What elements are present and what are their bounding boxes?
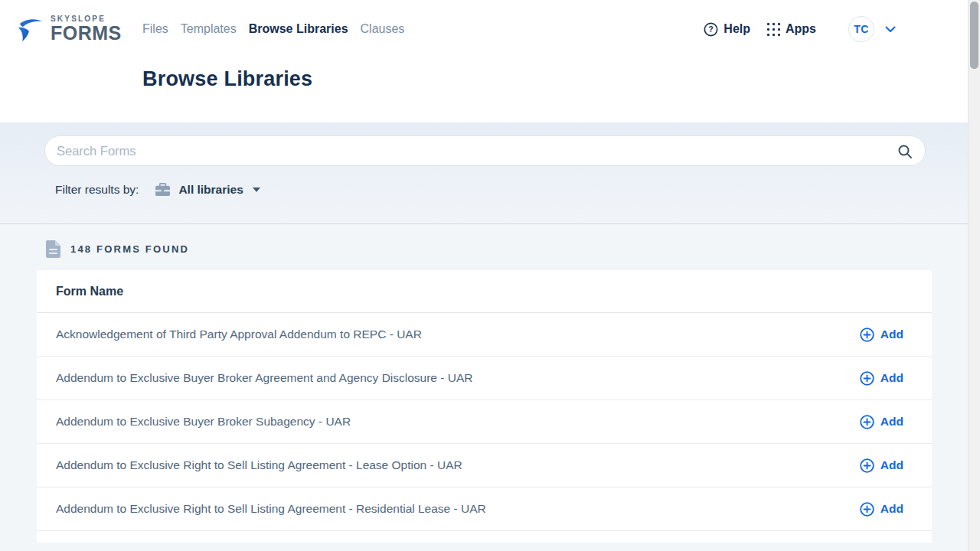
add-button-label: Add xyxy=(880,415,903,429)
avatar-initials: TC xyxy=(854,23,868,35)
library-filter-dropdown[interactable]: All libraries xyxy=(155,182,260,197)
results-count-row: 148 FORMS FOUND xyxy=(46,240,980,258)
add-button-label: Add xyxy=(880,328,903,341)
topbar: SKYSLOPE FORMS Files Templates Browse Li… xyxy=(0,0,980,122)
plus-circle-icon xyxy=(860,415,874,429)
avatar[interactable]: TC xyxy=(848,16,874,42)
svg-text:?: ? xyxy=(709,25,714,34)
filter-row: Filter results by: All libraries xyxy=(55,182,980,197)
add-button[interactable]: Add xyxy=(860,328,903,342)
add-button[interactable]: Add xyxy=(860,415,903,429)
help-button[interactable]: ? Help xyxy=(704,22,750,37)
add-button-label: Add xyxy=(880,371,903,385)
skyslope-logo-icon xyxy=(17,17,44,43)
add-button-label: Add xyxy=(880,502,903,516)
forms-table: Form Name Acknowledgement of Third Party… xyxy=(37,270,932,543)
form-name: Addendum to Exclusive Buyer Broker Subag… xyxy=(56,415,860,429)
help-label: Help xyxy=(724,22,750,36)
filter-label: Filter results by: xyxy=(55,183,139,197)
plus-circle-icon xyxy=(860,328,874,342)
nav-item-browse-libraries[interactable]: Browse Libraries xyxy=(249,19,348,39)
results-count-text: 148 FORMS FOUND xyxy=(70,243,189,255)
chevron-down-icon xyxy=(885,26,896,33)
search-bar xyxy=(44,135,926,166)
form-name: Addendum to Exclusive Right to Sell List… xyxy=(56,458,860,472)
apps-grid-icon xyxy=(767,23,780,36)
briefcase-icon xyxy=(155,182,171,197)
add-button[interactable]: Add xyxy=(860,458,903,473)
form-name: Acknowledgement of Third Party Approval … xyxy=(56,328,860,341)
form-name: Addendum to Exclusive Right to Sell List… xyxy=(56,502,860,516)
skyslope-logo[interactable]: SKYSLOPE FORMS xyxy=(17,15,142,43)
table-row: Addendum to Exclusive Buyer Broker Agree… xyxy=(37,357,932,400)
table-row: Acknowledgement of Third Party Approval … xyxy=(37,313,932,357)
nav-item-templates[interactable]: Templates xyxy=(181,19,237,39)
header-actions: ? Help Apps TC xyxy=(704,16,896,42)
help-icon: ? xyxy=(704,22,718,37)
results-section: 148 FORMS FOUND Form Name Acknowledgemen… xyxy=(0,224,980,543)
logo-text: SKYSLOPE FORMS xyxy=(51,15,122,43)
form-name: Addendum to Exclusive Buyer Broker Agree… xyxy=(56,371,860,385)
filter-value: All libraries xyxy=(178,183,243,197)
page-title: Browse Libraries xyxy=(142,67,980,91)
form-rows: Acknowledgement of Third Party Approval … xyxy=(37,313,932,531)
form-name-column-header: Form Name xyxy=(56,285,123,298)
main-nav: Files Templates Browse Libraries Clauses xyxy=(142,19,404,39)
logo-forms-label: FORMS xyxy=(51,24,122,43)
table-row: Addendum to Exclusive Right to Sell List… xyxy=(37,444,932,487)
add-button[interactable]: Add xyxy=(860,371,903,386)
account-menu-button[interactable] xyxy=(885,26,896,33)
table-row: Addendum to Exclusive Right to Sell List… xyxy=(37,487,932,531)
page-scrollbar-thumb[interactable] xyxy=(970,2,978,69)
table-header-row: Form Name xyxy=(37,270,932,313)
apps-button[interactable]: Apps xyxy=(767,22,816,36)
add-button-label: Add xyxy=(880,458,903,472)
search-input[interactable] xyxy=(45,136,925,165)
plus-circle-icon xyxy=(860,371,874,386)
search-section: Filter results by: All libraries xyxy=(0,122,980,224)
table-row: Addendum to Exclusive Buyer Broker Subag… xyxy=(37,400,932,444)
nav-item-files[interactable]: Files xyxy=(142,19,168,39)
app-root: SKYSLOPE FORMS Files Templates Browse Li… xyxy=(0,0,980,551)
apps-label: Apps xyxy=(786,22,816,36)
caret-down-icon xyxy=(253,187,260,192)
page-scrollbar-track[interactable] xyxy=(968,0,980,551)
search-button[interactable] xyxy=(896,142,914,161)
plus-circle-icon xyxy=(860,502,874,517)
search-icon xyxy=(897,144,913,159)
nav-item-clauses[interactable]: Clauses xyxy=(361,19,405,39)
add-button[interactable]: Add xyxy=(860,502,903,517)
plus-circle-icon xyxy=(860,458,874,473)
document-icon xyxy=(46,240,60,258)
